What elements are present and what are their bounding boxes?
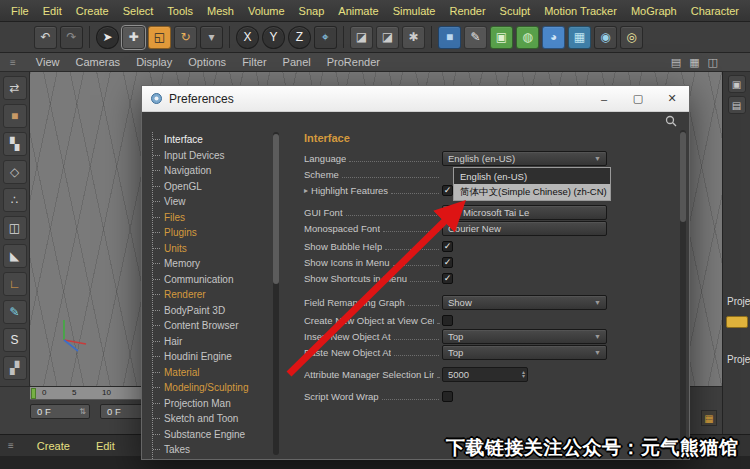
layout-single-icon[interactable]: ◫: [708, 56, 718, 69]
panel-scrollbar[interactable]: [680, 130, 686, 455]
layout-maximize-icon[interactable]: ▤: [671, 56, 681, 69]
frame-value: 0 F: [37, 406, 51, 417]
coordinate-system-icon[interactable]: ⌖: [314, 26, 337, 49]
language-option-english-en-us[interactable]: English (en-US): [454, 168, 610, 184]
language-option-simple-chinese-zh-cn[interactable]: 简体中文(Simple Chinese) (zh-CN): [454, 184, 610, 200]
toolbar-divider: [89, 26, 90, 48]
panel-cube-icon[interactable]: ▣: [728, 75, 746, 93]
menu-animate[interactable]: Animate: [331, 5, 385, 17]
menu-simulate[interactable]: Simulate: [386, 5, 443, 17]
maximize-button[interactable]: ▢: [621, 86, 655, 112]
undo-icon[interactable]: ↶: [34, 26, 57, 49]
scale-tool-icon[interactable]: ◱: [148, 26, 171, 49]
show-icons-in-menu-checkbox[interactable]: [442, 257, 453, 268]
viewport-menu-cameras[interactable]: Cameras: [68, 56, 129, 68]
scrollbar-thumb[interactable]: [680, 132, 686, 222]
move-tool-icon[interactable]: ✚: [122, 26, 145, 49]
add-cube-button[interactable]: ■: [438, 26, 461, 49]
dot-leader: [394, 332, 439, 341]
camera-icon[interactable]: ◉: [594, 26, 617, 49]
window-controls: – ▢ ✕: [587, 86, 689, 112]
monospaced-font-button[interactable]: Courier New: [442, 221, 607, 236]
toolbar-divider: [229, 26, 230, 48]
right-panel-tab[interactable]: [726, 316, 748, 328]
row-paste-new-object: Paste New Object At Top ▼: [304, 344, 607, 360]
render-view-icon[interactable]: ◪: [350, 26, 373, 49]
script-word-wrap-checkbox[interactable]: [442, 391, 453, 402]
polygons-mode-icon[interactable]: ◣: [3, 244, 27, 268]
deformer-button[interactable]: ◕: [542, 26, 565, 49]
menu-file[interactable]: File: [4, 5, 36, 17]
menu-render[interactable]: Render: [442, 5, 492, 17]
spline-pen-button[interactable]: ✎: [464, 26, 487, 49]
generator-button[interactable]: ◍: [516, 26, 539, 49]
make-editable-icon[interactable]: ⇄: [3, 76, 27, 100]
lock-x-axis-button[interactable]: X: [236, 26, 259, 49]
rotate-tool-icon[interactable]: ↻: [174, 26, 197, 49]
viewport-menu-panel[interactable]: Panel: [275, 56, 319, 68]
texture-mode-icon[interactable]: ▚: [3, 132, 27, 156]
menu-snap[interactable]: Snap: [292, 5, 332, 17]
attribute-limit-field[interactable]: 5000 ▴▾: [442, 367, 528, 382]
redo-icon[interactable]: ↷: [60, 26, 83, 49]
menu-tools[interactable]: Tools: [160, 5, 200, 17]
lock-y-axis-button[interactable]: Y: [262, 26, 285, 49]
dialog-titlebar[interactable]: Preferences – ▢ ✕: [142, 86, 689, 112]
minimize-button[interactable]: –: [587, 86, 621, 112]
model-mode-icon[interactable]: ■: [3, 104, 27, 128]
highlight-features-checkbox[interactable]: [442, 185, 453, 196]
viewport-menu-options[interactable]: Options: [180, 56, 234, 68]
layout-quad-icon[interactable]: ▦: [689, 56, 699, 69]
menu-motion-tracker[interactable]: Motion Tracker: [537, 5, 624, 17]
viewport-menu-filter[interactable]: Filter: [234, 56, 274, 68]
close-button[interactable]: ✕: [655, 86, 689, 112]
menu-pipeline[interactable]: Pipeline: [746, 5, 750, 17]
create-new-object-checkbox[interactable]: [442, 315, 453, 326]
viewport-menu-view[interactable]: View: [28, 56, 68, 68]
render-settings-icon[interactable]: ✱: [402, 26, 425, 49]
panel-list-icon[interactable]: ▤: [728, 96, 746, 114]
timeline-playhead[interactable]: [31, 388, 36, 399]
edges-mode-icon[interactable]: ◫: [3, 216, 27, 240]
mograph-array-button[interactable]: ▦: [568, 26, 591, 49]
field-remapping-dropdown[interactable]: Show ▼: [442, 295, 607, 310]
gui-font-button[interactable]: Microsoft Tai Le: [442, 205, 607, 220]
menu-mograph[interactable]: MoGraph: [624, 5, 684, 17]
live-selection-icon[interactable]: ➤: [96, 26, 119, 49]
show-shortcuts-in-menu-checkbox[interactable]: [442, 273, 453, 284]
bottom-menu-edit[interactable]: Edit: [83, 440, 128, 452]
show-bubble-help-checkbox[interactable]: [442, 241, 453, 252]
menu-character[interactable]: Character: [684, 5, 746, 17]
bottom-menu-create[interactable]: Create: [24, 440, 83, 452]
viewport-menu-display[interactable]: Display: [128, 56, 180, 68]
menu-select[interactable]: Select: [116, 5, 161, 17]
light-icon[interactable]: ◎: [620, 26, 643, 49]
viewport-menu-prorender[interactable]: ProRender: [319, 56, 388, 68]
panel-grid-icon[interactable]: ▦: [701, 410, 717, 426]
menu-edit[interactable]: Edit: [36, 5, 69, 17]
monospaced-font-label: Monospaced Font: [304, 223, 380, 234]
insert-new-object-dropdown[interactable]: Top ▼: [442, 329, 607, 344]
menu-volume[interactable]: Volume: [241, 5, 292, 17]
frame-field[interactable]: 0 F⇅: [30, 404, 90, 419]
dot-leader: [391, 186, 439, 195]
render-picture-viewer-icon[interactable]: ◪: [376, 26, 399, 49]
paste-new-object-dropdown[interactable]: Top ▼: [442, 345, 607, 360]
menu-mesh[interactable]: Mesh: [200, 5, 241, 17]
gui-font-label: GUI Font: [304, 207, 343, 218]
spinner-icon[interactable]: ▴▾: [522, 370, 525, 379]
show-bubble-help-label: Show Bubble Help: [304, 241, 382, 252]
last-tool-icon[interactable]: ▾: [200, 26, 223, 49]
snap-icon[interactable]: S: [3, 328, 27, 352]
lock-z-axis-button[interactable]: Z: [288, 26, 311, 49]
workplane-mode-icon[interactable]: ◇: [3, 160, 27, 184]
menu-sculpt[interactable]: Sculpt: [493, 5, 538, 17]
expander-icon[interactable]: ▸: [304, 186, 308, 195]
language-dropdown[interactable]: English (en-US) ▼: [442, 151, 607, 166]
points-mode-icon[interactable]: ∴: [3, 188, 27, 212]
workplane-lock-icon[interactable]: ▞: [3, 356, 27, 380]
enable-axis-icon[interactable]: ∟: [3, 272, 27, 296]
viewport-paint-icon[interactable]: ✎: [3, 300, 27, 324]
subdivision-surface-button[interactable]: ▣: [490, 26, 513, 49]
menu-create[interactable]: Create: [69, 5, 116, 17]
